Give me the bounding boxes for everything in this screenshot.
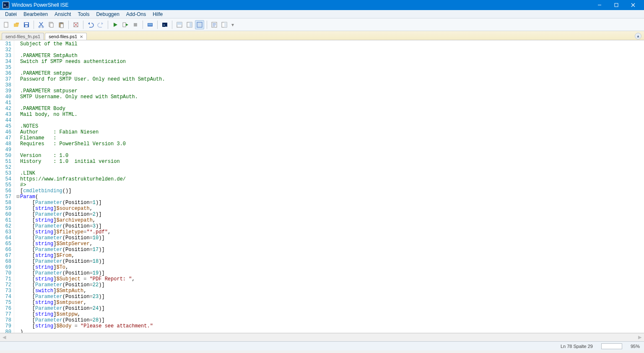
svg-rect-14 xyxy=(60,22,62,24)
start-powershell-button[interactable]: >_ xyxy=(160,20,169,29)
menu-hilfe[interactable]: Hilfe xyxy=(149,10,166,18)
close-icon[interactable]: ✕ xyxy=(80,34,83,39)
cursor-position: Ln 78 Spalte 29 xyxy=(561,344,593,349)
code-editor[interactable]: 3132333435363738394041424344454647484950… xyxy=(0,40,644,333)
status-box xyxy=(601,343,622,349)
console-collapsed-bar[interactable]: ◀ ▶ xyxy=(0,333,644,341)
status-bar: Ln 78 Spalte 29 95% xyxy=(0,341,644,350)
svg-rect-12 xyxy=(50,23,53,27)
run-button[interactable] xyxy=(111,20,120,29)
svg-marker-20 xyxy=(101,22,103,25)
show-script-right-button[interactable] xyxy=(185,20,194,29)
tab-label: send-files_fn.ps1 xyxy=(5,34,40,39)
tab-bar: send-files_fn.ps1 send-files.ps1 ✕ xyxy=(0,31,644,40)
undo-button[interactable] xyxy=(86,20,95,29)
svg-rect-1 xyxy=(615,3,618,7)
redo-button[interactable] xyxy=(96,20,105,29)
menu-debuggen[interactable]: Debuggen xyxy=(93,10,122,18)
svg-rect-33 xyxy=(197,22,202,27)
show-script-max-button[interactable] xyxy=(195,20,204,29)
toolbar-separator xyxy=(68,21,69,29)
toolbar-separator xyxy=(83,21,83,29)
menu-tools[interactable]: Tools xyxy=(74,10,93,18)
open-button[interactable] xyxy=(12,20,21,29)
save-button[interactable] xyxy=(22,20,31,29)
svg-rect-15 xyxy=(60,24,63,28)
copy-button[interactable] xyxy=(47,20,56,29)
menu-datei[interactable]: Datei xyxy=(2,10,20,18)
svg-rect-24 xyxy=(134,23,137,26)
svg-marker-19 xyxy=(88,22,90,25)
line-number-gutter: 3132333435363738394041424344454647484950… xyxy=(0,40,14,333)
toolbar-overflow[interactable]: ▾ xyxy=(230,22,236,28)
svg-rect-7 xyxy=(25,23,28,24)
svg-marker-23 xyxy=(126,24,128,26)
run-selection-button[interactable] xyxy=(121,20,130,29)
toolbar-separator xyxy=(34,21,34,29)
svg-marker-21 xyxy=(114,23,117,27)
window-title: Windows PowerShell ISE xyxy=(12,2,591,8)
svg-rect-30 xyxy=(177,22,182,25)
tab-label: send-files.ps1 xyxy=(49,34,77,39)
stop-button[interactable] xyxy=(131,20,140,29)
menu-addons[interactable]: Add-Ons xyxy=(123,10,149,18)
clear-button[interactable] xyxy=(71,20,80,29)
cut-button[interactable] xyxy=(36,20,46,29)
toolbar-separator xyxy=(108,21,108,29)
app-icon: >_ xyxy=(3,2,9,8)
show-command-addon-button[interactable] xyxy=(220,20,229,29)
toolbar-separator xyxy=(157,21,158,29)
title-bar: >_ Windows PowerShell ISE xyxy=(0,0,644,10)
show-script-button[interactable] xyxy=(175,20,184,29)
svg-text:>_: >_ xyxy=(163,23,167,27)
chevron-left-icon: ◀ xyxy=(3,335,6,340)
window-controls xyxy=(591,0,641,10)
toolbar-separator xyxy=(172,21,172,29)
svg-rect-26 xyxy=(148,24,152,26)
paste-button[interactable] xyxy=(57,20,66,29)
show-command-button[interactable] xyxy=(210,20,219,29)
svg-rect-22 xyxy=(123,23,126,27)
zoom-level: 95% xyxy=(631,344,640,349)
code-content[interactable]: Subject of the Mail .PARAMETER SmtpAuth … xyxy=(14,40,457,333)
collapse-script-pane-button[interactable]: ▲ xyxy=(635,33,641,39)
tab-send-files-fn[interactable]: send-files_fn.ps1 xyxy=(2,33,44,40)
svg-rect-32 xyxy=(190,22,192,27)
svg-rect-39 xyxy=(224,22,227,27)
minimize-button[interactable] xyxy=(591,0,608,10)
tab-send-files[interactable]: send-files.ps1 ✕ xyxy=(45,33,87,40)
menu-bearbeiten[interactable]: Bearbeiten xyxy=(20,10,51,18)
toolbar-separator xyxy=(207,21,207,29)
close-button[interactable] xyxy=(625,0,641,10)
svg-rect-8 xyxy=(25,25,28,27)
menu-bar: Datei Bearbeiten Ansicht Tools Debuggen … xyxy=(0,10,644,18)
maximize-button[interactable] xyxy=(608,0,625,10)
new-button[interactable] xyxy=(2,20,11,29)
new-remote-button[interactable] xyxy=(145,20,155,29)
menu-ansicht[interactable]: Ansicht xyxy=(51,10,74,18)
chevron-right-icon: ▶ xyxy=(638,335,641,340)
toolbar: >_ ▾ xyxy=(0,18,644,31)
toolbar-separator xyxy=(143,21,143,29)
